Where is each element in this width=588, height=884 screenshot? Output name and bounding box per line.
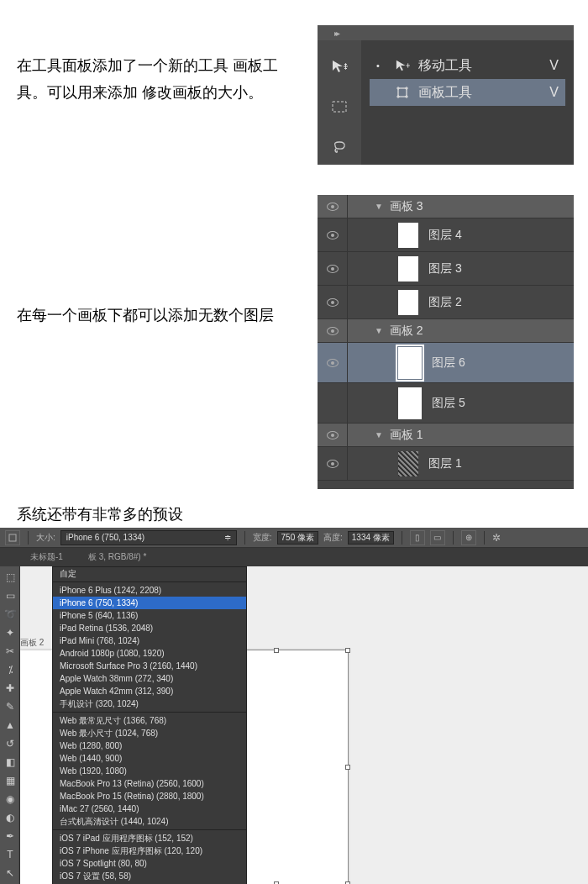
panel-collapse-bar[interactable]: ▸▸ [318,25,574,40]
visibility-icon[interactable] [327,431,339,439]
preset-item[interactable]: iPad Mini (768, 1024) [53,634,246,647]
layer-row[interactable]: 图层 4 [318,218,574,252]
preset-dropdown[interactable]: 自定 iPhone 6 Plus (1242, 2208)iPhone 6 (7… [52,566,247,884]
layer-row[interactable]: 图层 1 [318,447,574,481]
visibility-icon[interactable] [327,265,339,273]
eyedropper-icon[interactable]: ⁒ [0,660,20,679]
marquee-icon[interactable]: ▭ [0,587,20,605]
lasso-icon[interactable]: ➰ [0,605,20,624]
preset-item[interactable]: Apple Watch 38mm (272, 340) [53,672,246,685]
type-icon[interactable]: T [0,845,20,864]
tool-move[interactable]: • 移动工具 V [370,52,565,79]
visibility-icon[interactable] [327,203,339,211]
toolbox: ⬚ ▭ ➰ ✦ ✂ ⁒ ✚ ✎ ▲ ↺ ◧ ▦ ◉ ◐ ✒ T ↖ [0,566,20,884]
preset-item[interactable]: Web (1440, 900) [53,752,246,765]
lasso-tool-icon[interactable] [327,136,352,158]
tools-flyout-panel: ▸▸ • 移动工具 V [318,25,574,165]
layer-thumbnail [398,290,418,315]
visibility-icon[interactable] [327,359,339,367]
layer-row-selected[interactable]: 图层 6 [318,343,574,383]
preset-item[interactable]: 台式机高清设计 (1440, 1024) [53,815,246,828]
tool-artboard-label: 画板工具 [413,84,543,102]
orientation-landscape-icon[interactable]: ▭ [430,530,445,545]
preset-item[interactable]: 手机设计 (320, 1024) [53,697,246,710]
preset-item[interactable]: iMac 27 (2560, 1440) [53,802,246,815]
dodge-icon[interactable]: ◐ [0,808,20,827]
artboard-icon[interactable]: ⬚ [0,568,20,587]
gradient-icon[interactable]: ▦ [0,771,20,790]
marquee-tool-icon[interactable] [327,96,352,118]
heal-icon[interactable]: ✚ [0,679,20,697]
artboard-row-2[interactable]: ▼ 画板 2 [318,319,574,343]
layer-thumbnail [398,223,418,248]
preset-item[interactable]: MacBook Pro 13 (Retina) (2560, 1600) [53,777,246,790]
stamp-icon[interactable]: ▲ [0,716,20,734]
blur-icon[interactable]: ◉ [0,790,20,808]
size-preset-select[interactable]: iPhone 6 (750, 1334) ≑ [60,530,237,545]
layer-name: 图层 6 [432,355,465,371]
layer-row[interactable]: 图层 3 [318,252,574,286]
layer-name: 图层 4 [428,228,462,243]
artboard-name: 画板 3 [390,199,423,214]
orientation-portrait-icon[interactable]: ▯ [410,530,425,545]
preset-item[interactable]: iOS 7 Spotlight (80, 80) [53,857,246,870]
layer-row[interactable]: 图层 5 [318,383,574,424]
layer-thumbnail [398,387,422,419]
preset-item[interactable]: iPhone 5 (640, 1136) [53,609,246,622]
visibility-icon[interactable] [327,298,339,307]
width-value[interactable]: 750 像素 [277,531,318,545]
eraser-icon[interactable]: ◧ [0,753,20,771]
preset-item[interactable]: iOS 7 iPhone 应用程序图标 (120, 120) [53,845,246,857]
preset-item[interactable]: MacBook Pro 15 (Retina) (2880, 1800) [53,790,246,802]
artboard-label: 画板 2 [20,637,44,649]
visibility-icon[interactable] [327,327,339,335]
artboard-name: 画板 1 [390,428,423,443]
preset-item[interactable]: iPhone 6 (750, 1334) [53,597,246,609]
preset-item[interactable]: Web (1920, 1080) [53,765,246,777]
tool-artboard[interactable]: 画板工具 V [370,79,565,106]
preset-item[interactable]: iOS 7 iPad 应用程序图标 (152, 152) [53,832,246,845]
preset-item[interactable]: iPhone 6 Plus (1242, 2208) [53,584,246,597]
move-tool-icon[interactable] [327,55,352,77]
visibility-icon[interactable] [327,460,339,468]
brush-icon[interactable]: ✎ [0,697,20,716]
layer-row[interactable]: 图层 2 [318,286,574,319]
height-value[interactable]: 1334 像素 [348,531,394,545]
resize-handle[interactable] [274,648,279,653]
artboard-tool-icon[interactable] [5,530,20,545]
preset-item[interactable]: Web 最常见尺寸 (1366, 768) [53,714,246,727]
preset-item[interactable]: Web (1280, 800) [53,739,246,752]
svg-rect-1 [398,88,407,97]
intro-text-2: 在每一个画板下都可以添加无数个图层 [17,300,294,330]
preset-item[interactable]: iOS 7 设置 (58, 58) [53,870,246,882]
pen-icon[interactable]: ✒ [0,827,20,845]
tool-move-label: 移动工具 [413,57,543,75]
size-preset-value: iPhone 6 (750, 1334) [66,533,144,542]
visibility-icon[interactable] [327,231,339,239]
options-bar: 大小: iPhone 6 (750, 1334) ≑ 宽度: 750 像素 高度… [0,528,588,548]
resize-handle[interactable] [345,648,350,653]
resize-handle[interactable] [345,765,350,770]
wand-icon[interactable]: ✦ [0,624,20,642]
layer-thumbnail [398,347,422,379]
layer-name: 图层 3 [428,261,462,276]
svg-rect-0 [333,102,346,112]
gear-icon[interactable]: ✲ [492,532,501,544]
preset-item[interactable]: Microsoft Surface Pro 3 (2160, 1440) [53,660,246,672]
preset-item[interactable]: 自定 [53,567,246,580]
crop-icon[interactable]: ✂ [0,642,20,660]
layer-name: 图层 5 [432,396,465,411]
preset-item[interactable]: Web 最小尺寸 (1024, 768) [53,727,246,739]
document-tab[interactable]: 未标题-1 [24,550,70,565]
toolbox [318,40,361,165]
preset-item[interactable]: iPad Retina (1536, 2048) [53,622,246,634]
document-tab[interactable]: 板 3, RGB/8#) * [81,550,153,565]
artboard-row-3[interactable]: ▼ 画板 3 [318,195,574,218]
intro-text-3: 系统还带有非常多的预设 [17,504,183,524]
artboard-row-1[interactable]: ▼ 画板 1 [318,424,574,447]
preset-item[interactable]: Apple Watch 42mm (312, 390) [53,685,246,697]
add-artboard-icon[interactable]: ⊕ [461,530,476,545]
preset-item[interactable]: Android 1080p (1080, 1920) [53,647,246,660]
path-icon[interactable]: ↖ [0,864,20,882]
history-brush-icon[interactable]: ↺ [0,734,20,753]
